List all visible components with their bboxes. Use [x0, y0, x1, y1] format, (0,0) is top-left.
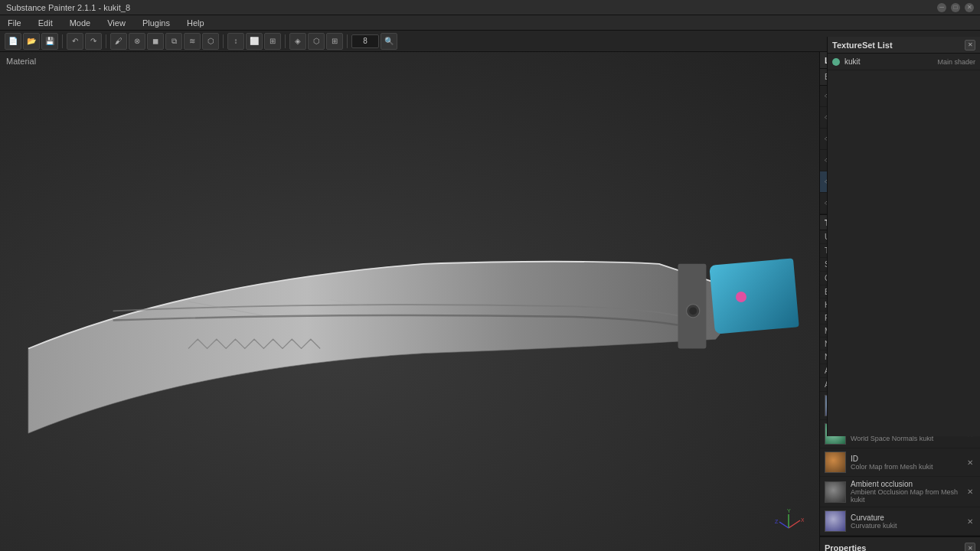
map-row-3: Ambient occlusion Ambient Occlusion Map …: [820, 477, 980, 507]
map-name-3: Ambient occlusion: [851, 480, 960, 488]
tool-open[interactable]: 📂: [23, 33, 40, 50]
viewport[interactable]: Material X Y Z: [0, 52, 819, 551]
tool-fill[interactable]: ◼: [147, 33, 164, 50]
svg-point-2: [689, 307, 697, 315]
map-name-4: Curvature: [851, 514, 960, 522]
map-close-3[interactable]: ✕: [965, 487, 975, 497]
properties-close[interactable]: ✕: [965, 543, 975, 551]
handle-cyan: [709, 258, 799, 334]
ts-list-name-0: kukit: [844, 57, 861, 66]
handle-dot: [736, 292, 746, 302]
map-close-2[interactable]: ✕: [965, 457, 975, 468]
menu-mode[interactable]: Mode: [67, 17, 94, 29]
map-sub-2: Color Map from Mesh kukit: [851, 463, 960, 471]
ts-list-item-0[interactable]: kukit Main shader: [828, 54, 980, 70]
map-row-4: Curvature Curvature kukit ✕: [820, 507, 980, 536]
main-layout: Material X Y Z Layers + 📁 🗑: [0, 52, 980, 551]
maximize-btn[interactable]: □: [951, 3, 960, 12]
ts-list-dot-0: [832, 58, 840, 66]
map-name-2: ID: [851, 455, 960, 463]
map-close-4[interactable]: ✕: [965, 516, 975, 527]
sep-5: [347, 34, 348, 48]
minimize-btn[interactable]: ─: [937, 3, 946, 12]
svg-text:Z: Z: [775, 519, 779, 524]
textureset-list-panel: TextureSet List ✕ kukit Main shader: [827, 37, 980, 436]
menu-plugins[interactable]: Plugins: [139, 17, 173, 29]
svg-line-3: [789, 520, 800, 528]
map-info-2: ID Color Map from Mesh kukit: [851, 455, 960, 471]
ts-list-header: TextureSet List ✕: [828, 37, 980, 54]
tool-erase[interactable]: ⊗: [129, 33, 145, 50]
menu-edit[interactable]: Edit: [35, 17, 56, 29]
svg-text:Y: Y: [787, 508, 791, 514]
tool-material[interactable]: ◈: [289, 33, 306, 50]
tool-3d-view[interactable]: ⬡: [308, 33, 325, 50]
tool-new[interactable]: 📄: [5, 33, 21, 50]
map-sub-3: Ambient Occlusion Map from Mesh kukit: [851, 488, 960, 504]
sep-2: [106, 34, 106, 48]
ts-list-title: TextureSet List: [832, 41, 893, 50]
tool-paint[interactable]: 🖌: [110, 33, 127, 50]
map-sub-4: Curvature kukit: [851, 522, 960, 530]
menu-file[interactable]: File: [5, 17, 24, 29]
tool-smudge[interactable]: ≋: [184, 33, 201, 50]
title-bar: Substance Painter 2.1.1 - kukit_8 ─ □ ✕: [0, 0, 980, 15]
menu-bar: File Edit Mode View Plugins Help: [0, 15, 980, 31]
viewport-label: Material: [6, 57, 36, 66]
tool-crop[interactable]: ⬜: [246, 33, 263, 50]
svg-line-5: [779, 522, 789, 528]
map-thumb-3: [825, 481, 846, 503]
tool-undo[interactable]: ↶: [67, 33, 83, 50]
zoom-icon[interactable]: 🔍: [381, 33, 397, 50]
title-text: Substance Painter 2.1.1 - kukit_8: [6, 3, 130, 12]
sep-1: [62, 34, 63, 48]
properties-header: Properties ✕: [825, 540, 975, 551]
map-thumb-2: [825, 452, 846, 473]
zoom-input[interactable]: 8: [351, 34, 379, 48]
viewport-gizmo: X Y Z: [773, 505, 804, 536]
map-thumb-4: [825, 510, 846, 532]
tool-select[interactable]: ⬡: [202, 33, 219, 50]
tool-2d-view[interactable]: ⊞: [326, 33, 343, 50]
map-row-2: ID Color Map from Mesh kukit ✕: [820, 448, 980, 477]
sep-3: [223, 34, 224, 48]
map-info-4: Curvature Curvature kukit: [851, 514, 960, 530]
ts-list-shader-0: Main shader: [937, 58, 975, 66]
menu-help[interactable]: Help: [184, 17, 207, 29]
title-controls: ─ □ ✕: [937, 3, 974, 12]
properties-title: Properties: [825, 543, 866, 551]
tool-save[interactable]: 💾: [41, 33, 58, 50]
close-btn[interactable]: ✕: [965, 3, 974, 12]
menu-view[interactable]: View: [104, 17, 129, 29]
tool-measure[interactable]: ⊞: [264, 33, 281, 50]
tool-transform[interactable]: ↕: [227, 33, 244, 50]
ts-list-close[interactable]: ✕: [965, 40, 975, 51]
sep-4: [285, 34, 286, 48]
tool-redo[interactable]: ↷: [85, 33, 102, 50]
tool-clone[interactable]: ⧉: [165, 33, 182, 50]
svg-text:X: X: [801, 517, 804, 523]
map-info-3: Ambient occlusion Ambient Occlusion Map …: [851, 480, 960, 504]
properties-panel: Properties ✕: [820, 536, 980, 551]
knife-svg: [0, 52, 819, 551]
